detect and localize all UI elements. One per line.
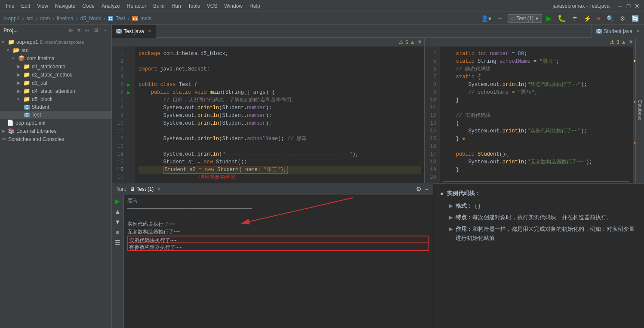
breadcrumb-com[interactable]: com <box>40 15 50 21</box>
coverage-button[interactable]: ☂ <box>570 14 579 23</box>
left-warn-down[interactable]: ▼ <box>417 39 422 45</box>
left-warn-icon: ⚠ <box>399 39 404 45</box>
update-button[interactable]: 🔄 <box>630 14 641 23</box>
tree-item-d3[interactable]: ▶ 📁 d3_util <box>0 79 111 87</box>
menu-edit[interactable]: Edit <box>18 2 33 10</box>
menu-analyze[interactable]: Analyze <box>99 2 123 10</box>
database-tab[interactable]: Database <box>635 38 644 183</box>
rcode-4: static int number = 80; <box>444 50 629 58</box>
settings-button[interactable]: ⚙ <box>618 14 627 23</box>
rln-17: 17 <box>426 150 438 158</box>
run-output-line-7: 有参数构造器执行了~~ <box>127 243 429 251</box>
left-warn-up[interactable]: ▲ <box>410 39 415 45</box>
menu-run[interactable]: Run <box>169 2 184 10</box>
tree-item-scratches[interactable]: ✏ Scratches and Consoles <box>0 135 111 143</box>
run-button[interactable]: ▶ <box>545 13 553 23</box>
tab-test-icon: C <box>116 29 122 34</box>
right-scroll-gutter <box>633 46 635 183</box>
tree-item-test[interactable]: C Test <box>0 111 111 119</box>
sync-button[interactable]: ⊕ <box>67 27 74 34</box>
scroll-down-button[interactable]: ▼ <box>114 218 122 226</box>
search-button[interactable]: 🔍 <box>605 14 616 23</box>
back-button[interactable]: ← <box>496 14 505 23</box>
breadcrumb-src[interactable]: src <box>26 15 33 21</box>
right-code-content[interactable]: static int number = 80; static String sc… <box>440 46 633 183</box>
tree-item-d1[interactable]: ▶ 📁 d1_staticdemo <box>0 62 111 71</box>
project-title: Proj... <box>3 28 18 34</box>
profile-run-button[interactable]: ⚡ <box>582 14 593 23</box>
tab-test-java[interactable]: C Test.java ✕ <box>112 25 156 38</box>
breadcrumb-main[interactable]: main <box>141 15 152 21</box>
menu-help[interactable]: Help <box>247 2 263 10</box>
expand-all-button[interactable]: ⇔ <box>83 27 91 34</box>
run-hide-button[interactable]: − <box>424 185 429 193</box>
right-warn-up[interactable]: ▲ <box>621 39 626 45</box>
rerun-button[interactable]: ▶ <box>114 197 121 205</box>
right-warn-icon: ⚠ <box>610 39 615 45</box>
tree-item-iml[interactable]: 📄 oop-app1.iml <box>0 119 111 127</box>
breadcrumb-app1[interactable]: p-app1 <box>3 15 19 21</box>
menu-bar: File Edit View Navigate Code Analyze Ref… <box>0 0 644 12</box>
tab-student-close[interactable]: ✕ <box>636 28 640 34</box>
tree-item-root[interactable]: ▾ 📁 oop-app1 D:\code\javaseprома <box>0 38 111 46</box>
minimize-button[interactable]: ─ <box>616 3 623 9</box>
run-output-line-3 <box>127 212 429 220</box>
settings-panel-button[interactable]: ⚙ <box>92 27 100 34</box>
run-config-selector[interactable]: C Test (1) ▾ <box>508 14 542 23</box>
maximize-button[interactable]: □ <box>625 3 632 9</box>
hide-panel-button[interactable]: − <box>102 27 108 34</box>
tree-item-ext-libs[interactable]: ▶ 📚 External Libraries <box>0 127 111 135</box>
tree-item-d2[interactable]: ▶ 📁 d2_static_method <box>0 71 111 79</box>
menu-view[interactable]: View <box>34 2 51 10</box>
rln-5: 5 <box>426 58 438 65</box>
rg-6[interactable]: ▶ <box>127 89 135 96</box>
run-tab-test1[interactable]: 🖥 Test (1) ✕ <box>129 186 161 192</box>
menu-build[interactable]: Build <box>151 2 167 10</box>
tree-item-com-itheima[interactable]: ▾ 📦 com.itheima <box>0 54 111 62</box>
tab-test-close[interactable]: ✕ <box>148 28 151 34</box>
collapse-all-button[interactable]: ≡ <box>76 27 82 34</box>
profile-button[interactable]: 👤▾ <box>479 14 493 23</box>
run-settings-button[interactable]: ⚙ <box>415 185 422 193</box>
run-output-line-2: ──────────────────────────────────────── <box>127 205 429 212</box>
run-panel: Run: 🖥 Test (1) ✕ ⚙ − ▶ ▲ <box>112 183 433 328</box>
menu-window[interactable]: Window <box>222 2 245 10</box>
breadcrumb-itheima[interactable]: itheima <box>57 15 74 21</box>
doc-title-row: ● 实例代码块： <box>440 189 637 198</box>
filter-button[interactable]: ☰ <box>114 238 121 247</box>
menu-navigate[interactable]: Navigate <box>52 2 78 10</box>
tab-student-java[interactable]: C Student.java ✕ <box>592 25 644 38</box>
tree-item-d5[interactable]: ▾ 📁 d5_block <box>0 95 111 103</box>
run-config-label: Test (1) <box>517 15 534 21</box>
rln-8: 8 <box>426 81 438 89</box>
code-line-10: System.out.println(Student.number); <box>139 120 421 127</box>
stop-run-button[interactable]: ■ <box>115 228 120 236</box>
run-tab-close[interactable]: ✕ <box>157 186 161 192</box>
menu-tools[interactable]: Tools <box>185 2 203 10</box>
scroll-up-button[interactable]: ▲ <box>114 207 122 216</box>
rg-5[interactable]: ▶ <box>127 81 135 89</box>
menu-refactor[interactable]: Refactor <box>124 2 149 10</box>
left-code-content[interactable]: package com.itheima.d5_block; import jav… <box>135 46 424 183</box>
rg-8 <box>127 104 135 112</box>
doc-item-1: ▶ 特点：每次创建对象时，执行实例代码块，并在构造器前执行。 <box>449 213 637 222</box>
rg-14 <box>127 150 135 158</box>
tab-student-icon: C <box>596 29 602 34</box>
rg-16 <box>127 166 135 174</box>
menu-code[interactable]: Code <box>80 2 97 10</box>
rg-12 <box>127 135 135 143</box>
tree-item-src[interactable]: ▾ 📂 src <box>0 46 111 54</box>
debug-button[interactable]: 🐛 <box>556 13 568 23</box>
rcode-13: { <box>444 120 629 127</box>
close-button[interactable]: ✕ <box>634 3 641 9</box>
menu-vcs[interactable]: VCS <box>204 2 220 10</box>
tree-item-student[interactable]: C Student <box>0 103 111 111</box>
breadcrumb-d5block[interactable]: d5_block <box>80 15 101 21</box>
right-warn-down[interactable]: ▼ <box>628 39 634 45</box>
breadcrumb-test[interactable]: Test <box>116 15 125 21</box>
menu-file[interactable]: File <box>3 2 17 10</box>
rcode-8: System.out.println("静态代码块执行了~~"); <box>444 81 629 89</box>
stop-button[interactable]: ■ <box>595 14 602 23</box>
tree-item-d4[interactable]: ▶ 📁 d4_static_attention <box>0 87 111 95</box>
toolbar-right: 👤▾ ← C Test (1) ▾ ▶ 🐛 ☂ ⚡ ■ 🔍 ⚙ 🔄 <box>479 13 641 23</box>
